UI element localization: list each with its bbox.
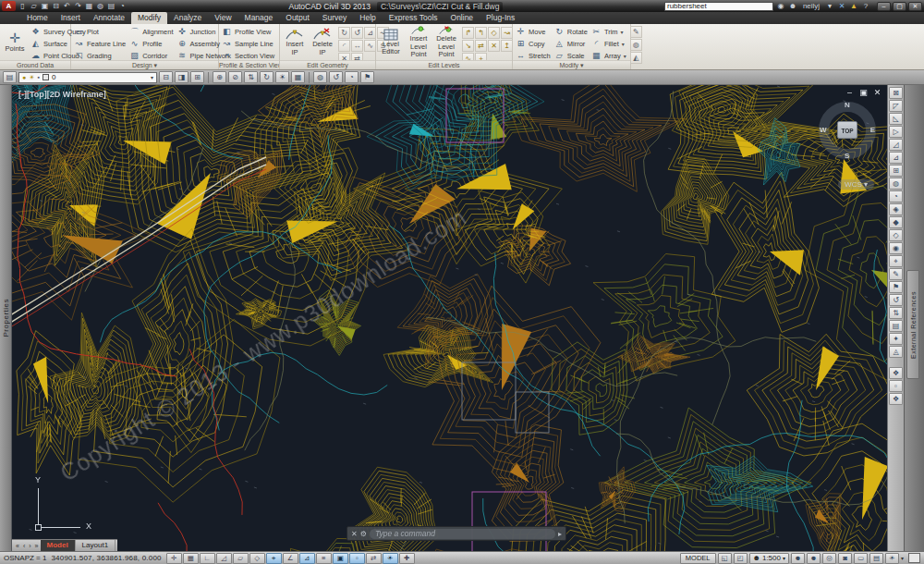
ribbon-tab[interactable]: Express Tools [383, 12, 444, 24]
right-toolbar-icon[interactable]: ◉ [889, 242, 903, 254]
exchange-apps-icon[interactable]: ▲ [849, 1, 858, 11]
drawing-canvas[interactable] [12, 85, 887, 551]
layer-dropdown[interactable]: ● ☀ ▪ 0 ▾ [18, 72, 157, 83]
edit-geometry-tool-icon[interactable]: ⊿ [364, 27, 376, 39]
status-toggle-button[interactable]: ⌖ [266, 553, 282, 564]
right-toolbar-icon[interactable]: ◔ [889, 190, 903, 202]
clean-screen-button[interactable] [908, 553, 920, 563]
insert-level-point-button[interactable]: Insert Level Point [407, 26, 431, 58]
status-toggle-button[interactable]: ☀ [383, 553, 398, 564]
delete-level-point-button[interactable]: Delete Level Point [434, 26, 458, 58]
coordinate-readout[interactable]: 340901.507, 363861.968, 0.000 [51, 554, 161, 562]
right-toolbar-icon[interactable]: ✦ [889, 333, 903, 345]
qat-button-icon[interactable]: ↷ [73, 1, 83, 11]
annotation-visibility-icon[interactable]: ☻ [791, 553, 805, 564]
ribbon-button[interactable]: ⌒ Alignment [129, 26, 173, 37]
layer-tool-icon[interactable]: ⚑ [360, 71, 374, 83]
workspace-switching-icon[interactable]: ◎ [822, 553, 836, 564]
right-toolbar-icon[interactable]: ◬ [889, 346, 903, 358]
status-toggle-button[interactable]: ✚ [399, 553, 415, 564]
status-toggle-button[interactable]: ▫ [349, 553, 365, 564]
status-toggle-button[interactable]: ⇄ [366, 553, 382, 564]
hardware-acceleration-icon[interactable]: ☀ [885, 553, 899, 564]
panel-title-design[interactable]: Design ▾ [71, 60, 218, 69]
ribbon-button[interactable]: ∿ Profile [129, 38, 173, 49]
ribbon-tab[interactable]: Modify [131, 12, 167, 24]
right-toolbar-icon[interactable]: ⚑ [889, 281, 903, 293]
edit-levels-tool-icon[interactable]: ↱ [462, 27, 474, 39]
ribbon-tab[interactable]: Insert [55, 12, 87, 24]
right-toolbar-icon[interactable]: ▫ [889, 380, 903, 392]
help-icon[interactable]: ? [861, 1, 870, 11]
annotation-autoscale-icon[interactable]: ☻ [807, 553, 821, 564]
application-tray-icon[interactable]: ▤ [869, 553, 883, 564]
viewcube-north[interactable]: N [845, 101, 850, 109]
edit-levels-tool-icon[interactable]: ◇ [488, 27, 500, 39]
command-customize-icon[interactable]: ⚙ [360, 530, 367, 538]
edit-levels-tool-icon[interactable]: ↘ [462, 40, 474, 52]
ribbon-tab[interactable]: View [208, 12, 237, 24]
layer-color-swatch[interactable] [43, 74, 49, 80]
edit-geometry-tool-icon[interactable]: ↻ [338, 27, 350, 39]
layer-on-icon[interactable]: ● [22, 74, 26, 80]
ribbon-tab[interactable]: Output [279, 12, 316, 24]
status-toggle-button[interactable]: ✛ [166, 553, 182, 564]
right-toolbar-icon[interactable]: ◈ [889, 203, 903, 215]
lock-ui-icon[interactable]: ◙ [838, 553, 852, 564]
status-toggle-button[interactable]: ◿ [216, 553, 232, 564]
ribbon-button[interactable]: ◬ Mirror [554, 38, 588, 49]
ribbon-button[interactable]: ◜ Fillet ▾ [591, 38, 626, 49]
ribbon-tab[interactable]: Help [353, 12, 382, 24]
status-toggle-button[interactable]: ∠ [283, 553, 298, 564]
properties-palette-tab[interactable]: Properties [0, 85, 12, 551]
viewcube[interactable]: N S W E TOP [817, 100, 878, 161]
points-button[interactable]: ✛ Points [3, 26, 27, 58]
right-toolbar-icon[interactable]: ◺ [889, 113, 903, 125]
edit-levels-tool-icon[interactable]: ↥ [501, 40, 513, 52]
ribbon-button[interactable]: ⊞ Copy [516, 38, 551, 49]
ribbon-button[interactable]: ↝ Sample Line [222, 38, 274, 49]
qat-button-icon[interactable]: ↶ [62, 1, 72, 11]
layout-tab[interactable]: Layout1 [76, 540, 116, 551]
viewport-minimize-icon[interactable]: – [845, 88, 855, 97]
right-toolbar-icon[interactable]: ⇅ [889, 307, 903, 319]
viewport-restore-icon[interactable]: ▣ [858, 88, 869, 97]
status-toggle-button[interactable]: ▱ [233, 553, 249, 564]
layer-tool-icon[interactable]: ⊘ [228, 71, 242, 83]
restore-button[interactable]: ▢ [893, 2, 906, 11]
signed-in-user[interactable]: neilyj [800, 1, 822, 11]
command-close-icon[interactable]: ✕ [351, 530, 358, 538]
wcs-menu[interactable]: WCS ▾ [838, 179, 874, 190]
right-toolbar-icon[interactable]: ⊿ [889, 152, 903, 164]
right-toolbar-icon[interactable]: ✎ [889, 268, 903, 280]
edit-geometry-tool-icon[interactable]: ↺ [351, 27, 363, 39]
layer-tool-icon[interactable]: ◔ [345, 71, 359, 83]
right-toolbar-icon[interactable]: ◍ [889, 178, 903, 190]
edit-levels-tool-icon[interactable]: ⇄ [475, 40, 487, 52]
right-toolbar-icon[interactable]: ◆ [889, 216, 903, 228]
ribbon-tab[interactable]: Survey [316, 12, 353, 24]
qat-button-icon[interactable]: ◔ [117, 1, 128, 11]
right-toolbar-icon[interactable]: ▤ [889, 320, 903, 332]
layer-properties-icon[interactable]: ▤ [3, 71, 17, 83]
right-toolbar-icon[interactable]: ⌖ [889, 255, 903, 267]
level-editor-button[interactable]: Level Editor [379, 26, 403, 58]
qat-button-icon[interactable]: ▯ [18, 1, 28, 11]
edit-geometry-tool-icon[interactable]: ◜ [338, 40, 350, 52]
layer-tool-icon[interactable]: ⊕ [213, 71, 226, 83]
layer-freeze-icon[interactable]: ☀ [29, 74, 34, 81]
qat-button-icon[interactable]: ▦ [84, 1, 94, 11]
edit-levels-tool-icon[interactable]: ↰ [475, 27, 487, 39]
annotation-scale-control[interactable]: ☻ 1:500 ▾ [749, 553, 789, 564]
layer-tool-icon[interactable]: ⊞ [190, 71, 204, 83]
layout-tab[interactable]: Model [41, 540, 76, 551]
layer-tool-icon[interactable]: ◍ [313, 71, 327, 83]
ribbon-button[interactable]: ↻ Rotate [554, 26, 588, 37]
qat-button-icon[interactable]: ▣ [40, 1, 50, 11]
viewcube-west[interactable]: W [820, 126, 827, 134]
layer-dropdown-caret-icon[interactable]: ▾ [151, 74, 153, 80]
right-toolbar-icon[interactable]: ◸ [889, 100, 903, 112]
quick-view-drawings-icon[interactable]: ◰ [734, 553, 748, 564]
model-space-button[interactable]: MODEL [680, 553, 716, 564]
insert-ip-button[interactable]: Insert IP [283, 26, 307, 58]
